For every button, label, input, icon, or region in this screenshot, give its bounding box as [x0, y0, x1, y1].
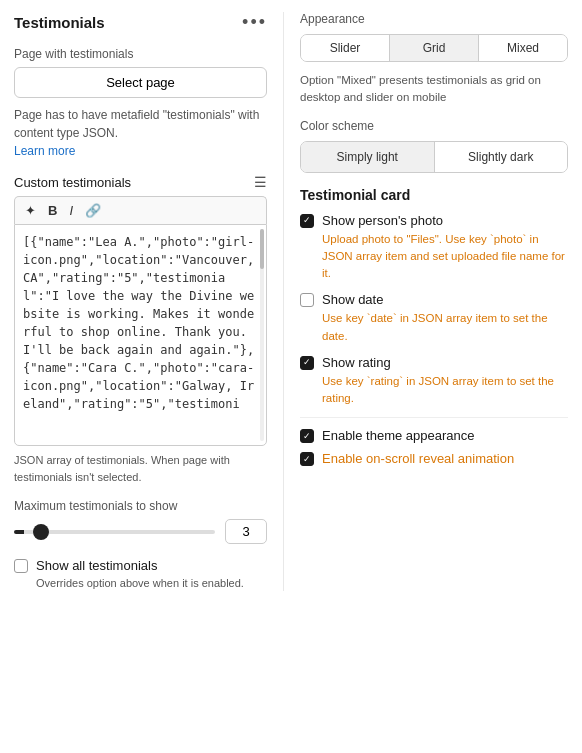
show-photo-title: Show person's photo [322, 213, 568, 228]
scrollbar-track[interactable] [260, 229, 264, 441]
tab-mixed[interactable]: Mixed [479, 35, 567, 61]
option-show-rating: Show rating Use key `rating` in JSON arr… [300, 355, 568, 408]
max-label: Maximum testimonials to show [14, 499, 267, 513]
show-all-title: Show all testimonials [36, 558, 267, 573]
tab-slider[interactable]: Slider [301, 35, 390, 61]
enable-scroll-label: Enable on-scroll reveal animation [322, 451, 514, 466]
max-section: Maximum testimonials to show [14, 499, 267, 544]
left-panel: Testimonials ••• Page with testimonials … [14, 12, 284, 591]
show-photo-desc: Upload photo to "Files". Use key `photo`… [322, 231, 568, 283]
page-hint-text: Page has to have metafield "testimonials… [14, 106, 267, 160]
custom-testimonials-label: Custom testimonials [14, 175, 131, 190]
enable-scroll-row: Enable on-scroll reveal animation [300, 451, 568, 466]
show-rating-checkbox[interactable] [300, 356, 314, 370]
appearance-info-text: Option "Mixed" presents testimonials as … [300, 72, 568, 107]
divider [300, 417, 568, 418]
appearance-tabs: Slider Grid Mixed [300, 34, 568, 62]
page-section-label: Page with testimonials [14, 47, 267, 61]
show-rating-desc: Use key `rating` in JSON array item to s… [322, 373, 568, 408]
show-date-checkbox[interactable] [300, 293, 314, 307]
show-all-note: Overrides option above when it is enable… [36, 576, 267, 591]
link-button[interactable]: 🔗 [81, 201, 105, 220]
color-scheme-tabs: Simply light Slightly dark [300, 141, 568, 173]
editor-area-wrapper: [{"name":"Lea A.","photo":"girl-icon.png… [14, 224, 267, 446]
enable-scroll-checkbox[interactable] [300, 452, 314, 466]
show-date-desc: Use key `date` in JSON array item to set… [322, 310, 568, 345]
italic-button[interactable]: I [65, 201, 77, 220]
tab-grid[interactable]: Grid [390, 35, 479, 61]
learn-more-link[interactable]: Learn more [14, 144, 75, 158]
option-show-date: Show date Use key `date` in JSON array i… [300, 292, 568, 345]
show-photo-checkbox[interactable] [300, 214, 314, 228]
right-panel: Appearance Slider Grid Mixed Option "Mix… [284, 12, 568, 591]
custom-testimonials-header: Custom testimonials ☰ [14, 174, 267, 190]
color-scheme-label: Color scheme [300, 119, 568, 133]
show-all-checkbox[interactable] [14, 559, 28, 573]
range-value-input[interactable] [225, 519, 267, 544]
color-tab-slightly-dark[interactable]: Slightly dark [435, 142, 568, 172]
card-section-title: Testimonial card [300, 187, 568, 203]
range-input[interactable] [14, 530, 215, 534]
bold-button[interactable]: B [44, 201, 61, 220]
show-all-text: Show all testimonials Overrides option a… [36, 558, 267, 591]
color-tab-simply-light[interactable]: Simply light [301, 142, 435, 172]
sparkle-button[interactable]: ✦ [21, 201, 40, 220]
scrollbar-thumb[interactable] [260, 229, 264, 269]
enable-theme-checkbox[interactable] [300, 429, 314, 443]
show-date-title: Show date [322, 292, 568, 307]
page-title: Testimonials [14, 14, 105, 31]
enable-theme-label: Enable theme appearance [322, 428, 475, 443]
editor-note: JSON array of testimonials. When page wi… [14, 452, 267, 485]
enable-theme-row: Enable theme appearance [300, 428, 568, 443]
show-rating-title: Show rating [322, 355, 568, 370]
range-row [14, 519, 267, 544]
show-all-row: Show all testimonials Overrides option a… [14, 558, 267, 591]
editor-toolbar: ✦ B I 🔗 [14, 196, 267, 224]
more-icon[interactable]: ••• [242, 12, 267, 33]
editor-content[interactable]: [{"name":"Lea A.","photo":"girl-icon.png… [23, 233, 258, 413]
panel-header: Testimonials ••• [14, 12, 267, 33]
option-show-photo: Show person's photo Upload photo to "Fil… [300, 213, 568, 283]
select-page-button[interactable]: Select page [14, 67, 267, 98]
appearance-label: Appearance [300, 12, 568, 26]
collapse-icon[interactable]: ☰ [254, 174, 267, 190]
